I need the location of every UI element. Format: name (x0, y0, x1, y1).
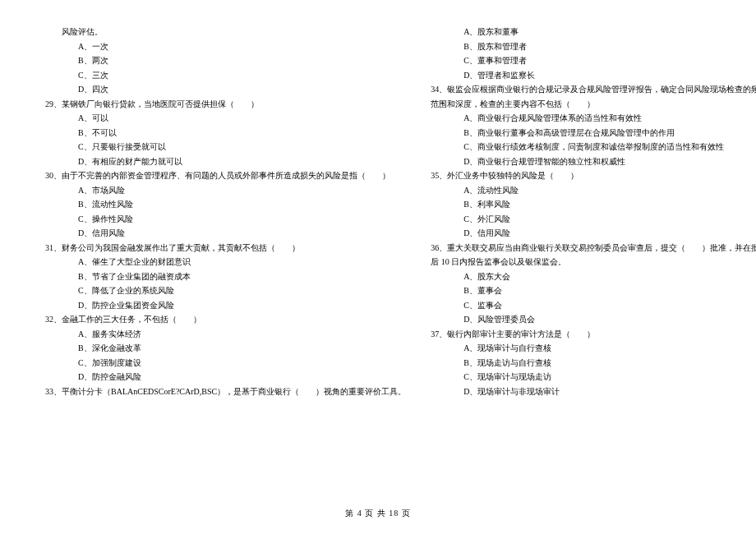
q36-option-a: A、股东大会 (431, 269, 756, 284)
q30-option-a: A、市场风险 (45, 183, 406, 198)
q30-option-d: D、信用风险 (45, 226, 406, 241)
q33-option-d: D、管理者和监察长 (431, 68, 756, 83)
q34-option-c: C、商业银行绩效考核制度，问责制度和诚信举报制度的适当性和有效性 (431, 140, 756, 154)
q34-option-d: D、商业银行合规管理智能的独立性和权威性 (431, 154, 756, 169)
page-content: 风险评估。 A、一次 B、两次 C、三次 D、四次 29、某钢铁厂向银行贷款，当… (45, 25, 711, 489)
q30-text: 30、由于不完善的内部资金管理程序、有问题的人员或外部事件所造成损失的风险是指（… (45, 168, 406, 183)
q33-option-a: A、股东和董事 (431, 25, 756, 39)
q28-option-a: A、一次 (45, 39, 406, 54)
q32-option-b: B、深化金融改革 (45, 341, 406, 356)
q35-option-a: A、流动性风险 (431, 183, 756, 198)
q36-text2: 后 10 日内报告监事会以及银保监会。 (431, 255, 756, 269)
q33-option-b: B、股东和管理者 (431, 39, 756, 54)
q37-option-a: A、现场审计与自行查核 (431, 341, 756, 356)
q32-option-c: C、加强制度建设 (45, 356, 406, 371)
q29-option-d: D、有相应的财产能力就可以 (45, 154, 406, 169)
q29-option-a: A、可以 (45, 111, 406, 126)
q35-option-d: D、信用风险 (431, 226, 756, 241)
q29-option-c: C、只要银行接受就可以 (45, 140, 406, 154)
q31-option-c: C、降低了企业的系统风险 (45, 283, 406, 298)
q31-option-b: B、节省了企业集团的融资成本 (45, 269, 406, 284)
page-footer: 第 4 页 共 18 页 (0, 508, 756, 519)
q28-option-c: C、三次 (45, 68, 406, 83)
q28-tail: 风险评估。 (45, 25, 406, 39)
q31-option-d: D、防控企业集团资金风险 (45, 298, 406, 313)
q30-option-c: C、操作性风险 (45, 212, 406, 227)
q35-text: 35、外汇业务中较独特的风险是（ ） (431, 168, 756, 183)
q34-option-a: A、商业银行合规风险管理体系的适当性和有效性 (431, 111, 756, 126)
q34-option-b: B、商业银行董事会和高级管理层在合规风险管理中的作用 (431, 126, 756, 140)
q36-option-c: C、监事会 (431, 298, 756, 313)
q28-option-b: B、两次 (45, 53, 406, 68)
q32-option-a: A、服务实体经济 (45, 327, 406, 342)
q35-option-c: C、外汇风险 (431, 212, 756, 227)
q31-option-a: A、催生了大型企业的财团意识 (45, 255, 406, 269)
q33-option-c: C、董事和管理者 (431, 53, 756, 68)
q37-option-c: C、现场审计与现场走访 (431, 370, 756, 384)
q28-option-d: D、四次 (45, 82, 406, 97)
q37-option-d: D、现场审计与非现场审计 (431, 384, 756, 399)
q32-text: 32、金融工作的三大任务，不包括（ ） (45, 312, 406, 327)
q37-text: 37、银行内部审计主要的审计方法是（ ） (431, 327, 756, 342)
q36-text: 36、重大关联交易应当由商业银行关联交易控制委员会审查后，提交（ ）批准，并在批… (431, 241, 756, 255)
right-column: A、股东和董事 B、股东和管理者 C、董事和管理者 D、管理者和监察长 34、银… (431, 25, 756, 489)
q34-text: 34、银监会应根据商业银行的合规记录及合规风险管理评报告，确定合同风险现场检查的… (431, 82, 756, 97)
q31-text: 31、财务公司为我国金融发展作出了重大贡献，其贡献不包括（ ） (45, 241, 406, 255)
left-column: 风险评估。 A、一次 B、两次 C、三次 D、四次 29、某钢铁厂向银行贷款，当… (45, 25, 406, 489)
q34-text2: 范围和深度，检查的主要内容不包括（ ） (431, 97, 756, 112)
q29-option-b: B、不可以 (45, 126, 406, 140)
q36-option-d: D、风险管理委员会 (431, 312, 756, 327)
q35-option-b: B、利率风险 (431, 197, 756, 212)
q36-option-b: B、董事会 (431, 283, 756, 298)
q29-text: 29、某钢铁厂向银行贷款，当地医院可否提供担保（ ） (45, 97, 406, 112)
q32-option-d: D、防控金融风险 (45, 370, 406, 384)
q37-option-b: B、现场走访与自行查核 (431, 356, 756, 371)
q30-option-b: B、流动性风险 (45, 197, 406, 212)
q33-text: 33、平衡计分卡（BALAnCEDSCorE?CArD,BSC），是基于商业银行… (45, 384, 406, 399)
